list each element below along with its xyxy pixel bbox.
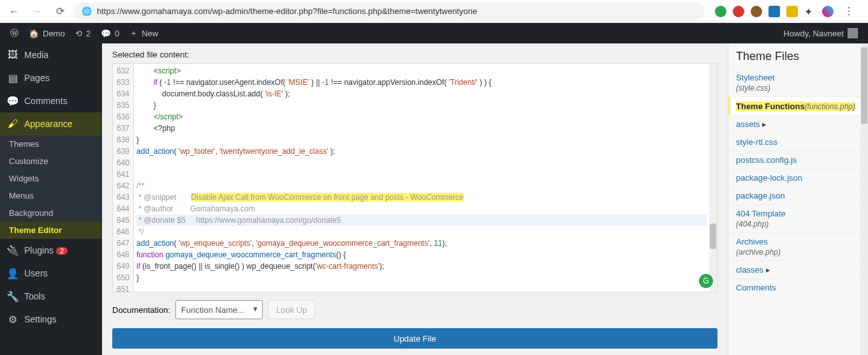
comments-link[interactable]: 💬0 [96,23,124,43]
file-postcss-config-js[interactable]: postcss.config.js [728,151,868,169]
account-link[interactable]: Howdy, Navneet [784,28,863,38]
avatar-icon [848,28,858,38]
sidebar-sub-background[interactable]: Background [0,204,102,222]
back-button[interactable]: ← [5,3,23,20]
doc-label: Documentation: [112,305,170,315]
plugins-icon: 🔌 [6,244,19,257]
pages-icon: ▤ [6,72,19,84]
update-file-button[interactable]: Update File [112,328,717,349]
admin-sidebar: 🖼Media▤Pages💬Comments 🖌 Appearance Theme… [0,43,102,355]
plus-icon: ＋ [129,27,138,39]
sidebar-appearance[interactable]: 🖌 Appearance [0,112,102,135]
comment-icon: 💬 [101,29,111,38]
theme-files-panel: Theme Files Stylesheet(style.css)Theme F… [728,43,868,355]
file-stylesheet[interactable]: Stylesheet(style.css) [728,68,868,96]
sidebar-item-users[interactable]: 👤Users [0,262,102,285]
sidebar-sub-widgets[interactable]: Widgets [0,170,102,187]
reload-button[interactable]: ⟳ [51,3,69,20]
site-link[interactable]: 🏠Demo [24,23,70,43]
sidebar-item-tools[interactable]: 🔧Tools [0,285,102,308]
files-heading: Theme Files [728,50,868,68]
files-scrollbar[interactable] [860,43,868,355]
code-area[interactable]: <script> if ( -1 !== navigator.userAgent… [134,64,709,292]
ext-icon-4[interactable] [769,6,780,17]
ext-icon-3[interactable] [751,6,762,17]
home-icon: 🏠 [29,29,39,38]
wp-logo[interactable]: ⓦ [5,23,24,43]
media-icon: 🖼 [6,49,19,61]
ext-icon-1[interactable] [715,6,726,17]
url-text: https://www.gomahamaya.com/wp-admin/them… [97,6,477,16]
file-404-template[interactable]: 404 Template(404.php) [728,204,868,232]
settings-icon: ⚙ [6,313,19,326]
extensions-icon[interactable]: ✦ [804,6,816,17]
editor-scrollbar[interactable] [709,64,717,292]
extension-icons: ✦ ⋮ [710,3,863,20]
wp-admin-bar: ⓦ 🏠Demo ⟲2 💬0 ＋New Howdy, Navneet [0,23,868,43]
sidebar-item-plugins[interactable]: 🔌Plugins2 [0,239,102,262]
sidebar-item-media[interactable]: 🖼Media [0,43,102,66]
new-link[interactable]: ＋New [124,23,163,43]
menu-icon[interactable]: ⋮ [840,3,858,20]
file-package-lock-json[interactable]: package-lock.json [728,169,868,186]
tools-icon: 🔧 [6,290,19,303]
users-icon: 👤 [6,267,19,280]
brush-icon: 🖌 [6,117,19,130]
file-archives[interactable]: Archives(archive.php) [728,232,868,261]
sidebar-item-settings[interactable]: ⚙Settings [0,308,102,331]
comments-icon: 💬 [6,94,19,107]
main-content: Selected file content: 63263363463563663… [102,43,868,355]
editor-heading: Selected file content: [112,50,717,59]
updates-link[interactable]: ⟲2 [70,23,96,43]
browser-toolbar: ← → ⟳ 🌐 https://www.gomahamaya.com/wp-ad… [0,0,868,23]
grammarly-icon[interactable]: G [699,274,713,288]
line-gutter: 6326336346356366376386396406416426436446… [113,64,134,292]
address-bar[interactable]: 🌐 https://www.gomahamaya.com/wp-admin/th… [74,3,705,20]
doc-select[interactable]: Function Name... [175,300,263,319]
sidebar-sub-customize[interactable]: Customize [0,153,102,170]
ext-icon-2[interactable] [733,6,744,17]
ext-icon-5[interactable] [786,6,798,17]
code-editor[interactable]: 6326336346356366376386396406416426436446… [112,63,717,292]
file-classes[interactable]: classes [728,261,868,278]
refresh-icon: ⟲ [75,29,82,38]
ext-icon-6[interactable] [822,6,834,17]
file-assets[interactable]: assets [728,115,868,133]
file-style-rtl-css[interactable]: style-rtl.css [728,133,868,151]
globe-icon: 🌐 [82,6,92,16]
file-theme-functions[interactable]: Theme Functions(functions.php) [728,96,868,115]
sidebar-sub-themes[interactable]: Themes [0,135,102,153]
lookup-button[interactable]: Look Up [268,300,315,319]
sidebar-sub-menus[interactable]: Menus [0,187,102,204]
sidebar-item-pages[interactable]: ▤Pages [0,66,102,89]
file-package-json[interactable]: package.json [728,186,868,204]
file-comments[interactable]: Comments [728,278,868,296]
sidebar-sub-theme-editor[interactable]: Theme Editor [0,222,102,239]
forward-button[interactable]: → [28,3,46,20]
sidebar-item-comments[interactable]: 💬Comments [0,89,102,112]
